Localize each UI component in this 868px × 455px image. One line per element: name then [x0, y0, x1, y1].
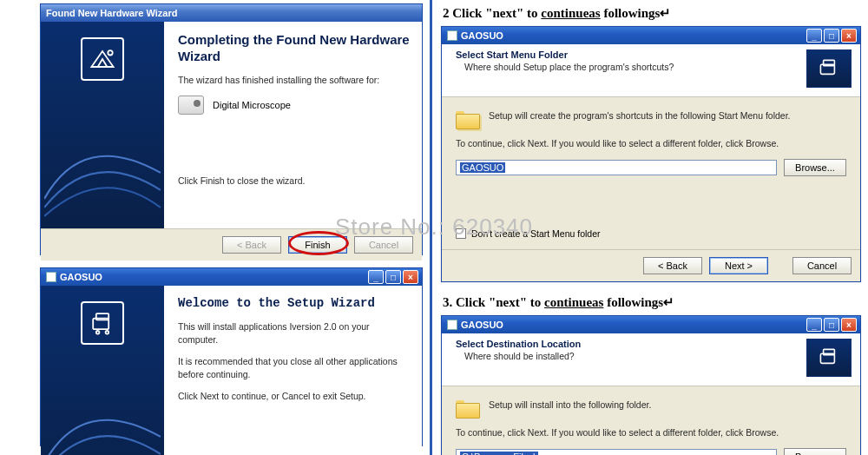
checkbox-label: Don't create a Start Menu folder: [471, 228, 601, 239]
minimize-button[interactable]: _: [806, 318, 822, 332]
browse-button[interactable]: Browse...: [784, 448, 846, 455]
button-row: < Back Next > Cancel: [442, 249, 860, 281]
step3-caption: 3. Click "next" to continueas followings…: [443, 294, 861, 310]
installer-header: Select Destination Location Where should…: [442, 333, 860, 386]
cancel-button: Cancel: [354, 236, 413, 254]
wizard-logo-icon: [81, 37, 124, 81]
body-text-2: To continue, click Next. If you would li…: [456, 426, 846, 439]
device-icon: [178, 96, 204, 115]
body-text-1: Setup will install into the following fo…: [489, 399, 651, 412]
wizard-logo-icon: [81, 301, 124, 345]
header-icon: [806, 339, 852, 377]
svg-point-0: [108, 50, 112, 55]
titlebar: GAOSUO _ □ ×: [442, 316, 860, 333]
window-title: GAOSUO: [461, 30, 503, 41]
left-column: Found New Hardware Wizard: [0, 0, 430, 455]
wizard-text-2: It is recommended that you close all oth…: [178, 355, 410, 381]
back-button[interactable]: < Back: [643, 257, 702, 274]
device-name: Digital Microscope: [213, 100, 291, 110]
window-title: Found New Hardware Wizard: [46, 8, 177, 18]
cancel-button[interactable]: Cancel: [792, 257, 852, 274]
no-start-menu-checkbox[interactable]: [456, 228, 466, 239]
folder-icon: [456, 399, 480, 418]
hardware-wizard-window: Found New Hardware Wizard: [40, 3, 423, 255]
destination-folder-input[interactable]: C:\Program Files\: [456, 449, 777, 455]
titlebar: GAOSUO _ □ ×: [442, 27, 860, 44]
start-menu-folder-window: GAOSUO _ □ × Select Start Menu Folder Wh…: [441, 26, 861, 282]
body-text-2: To continue, click Next. If you would li…: [456, 137, 846, 150]
wizard-side-panel: [41, 286, 164, 455]
header-subtitle: Where should Setup place the program's s…: [456, 62, 806, 72]
window-title: GAOSUO: [461, 320, 503, 330]
minimize-button[interactable]: _: [806, 29, 822, 43]
titlebar: GAOSUO _ □ ×: [41, 268, 422, 286]
close-button[interactable]: ×: [841, 318, 857, 332]
body-text-1: Setup will create the program's shortcut…: [489, 109, 791, 122]
maximize-button[interactable]: □: [824, 318, 839, 332]
step2-caption: 2 Click "next" to continueas followings↵: [443, 5, 861, 21]
header-icon: [806, 49, 852, 88]
right-column: 2 Click "next" to continueas followings↵…: [430, 0, 868, 455]
wizard-heading: Welcome to the Setup Wizard: [178, 296, 410, 312]
destination-location-window: GAOSUO _ □ × Select Destination Location…: [441, 315, 861, 455]
maximize-button[interactable]: □: [385, 270, 401, 284]
wizard-text-1: This will install applications Iversion …: [178, 320, 410, 346]
finish-note: Click Finish to close the wizard.: [178, 175, 410, 186]
decoration-curve: [44, 121, 161, 225]
back-button: < Back: [222, 236, 281, 254]
header-subtitle: Where should be installed?: [456, 351, 806, 361]
app-icon: [46, 272, 56, 282]
wizard-heading: Completing the Found New Hardware Wizard: [178, 32, 410, 65]
titlebar: Found New Hardware Wizard: [41, 4, 422, 22]
app-icon: [447, 30, 457, 41]
window-title: GAOSUO: [60, 272, 102, 282]
close-button[interactable]: ×: [403, 270, 418, 284]
start-menu-folder-input[interactable]: GAOSUO: [456, 160, 777, 175]
setup-wizard-window: GAOSUO _ □ ×: [40, 267, 423, 446]
minimize-button[interactable]: _: [368, 270, 384, 284]
svg-point-4: [106, 331, 109, 334]
finish-button[interactable]: Finish: [288, 236, 347, 254]
header-title: Select Start Menu Folder: [456, 49, 806, 60]
svg-point-3: [96, 331, 100, 334]
next-button[interactable]: Next >: [709, 257, 768, 274]
app-icon: [447, 320, 457, 330]
wizard-text-3: Click Next to continue, or Cancel to exi…: [178, 390, 410, 403]
page: Found New Hardware Wizard: [0, 0, 868, 455]
button-row: < Back Finish Cancel: [41, 228, 422, 260]
wizard-text: The wizard has finished installing the s…: [178, 74, 410, 87]
maximize-button[interactable]: □: [824, 29, 839, 43]
folder-shortcuts-icon: [456, 109, 480, 129]
browse-button[interactable]: Browse...: [784, 159, 846, 176]
decoration-curve: [44, 385, 161, 455]
wizard-side-panel: [41, 22, 164, 228]
installer-header: Select Start Menu Folder Where should Se…: [442, 44, 860, 97]
header-title: Select Destination Location: [456, 339, 806, 349]
close-button[interactable]: ×: [841, 29, 857, 43]
